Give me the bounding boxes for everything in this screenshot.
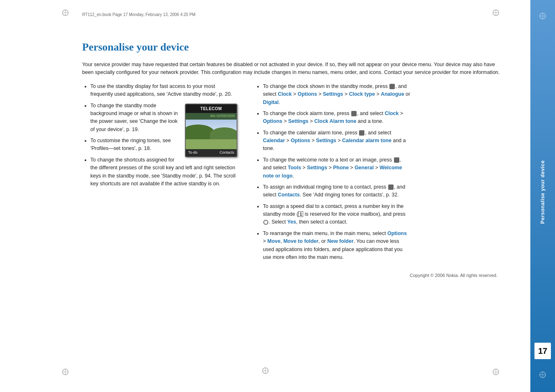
options-link-3: Options bbox=[291, 138, 310, 143]
settings-link-3: Settings bbox=[316, 138, 336, 143]
two-column-layout: To use the standby display for fast acce… bbox=[82, 83, 506, 265]
phone-date: Mo 02/05/2005 bbox=[186, 113, 237, 120]
phone-footer-right: Contacts bbox=[219, 150, 234, 156]
phone-image: TELECOM Mo 02/05/2005 To-do Contacts bbox=[185, 104, 238, 157]
meta-line: RT112_en.book Page 17 Monday, February 1… bbox=[82, 12, 196, 17]
right-bullet-list: To change the clock shown in the standby… bbox=[255, 83, 411, 262]
list-item: To change the welcome note to a text or … bbox=[263, 156, 411, 180]
page-number: 17 bbox=[534, 343, 551, 359]
list-item: To assign a speed dial to a contact, pre… bbox=[263, 203, 411, 226]
corner-bl-mark bbox=[62, 368, 69, 376]
main-content: RT112_en.book Page 17 Monday, February 1… bbox=[0, 0, 530, 392]
clock-link-1: Clock bbox=[278, 91, 292, 97]
svg-point-9 bbox=[493, 369, 499, 375]
move-link: Move bbox=[267, 238, 281, 244]
corner-tr-mark bbox=[492, 9, 500, 16]
left-bullet-list: To use the standby display for fast acce… bbox=[82, 83, 238, 188]
svg-point-3 bbox=[493, 10, 499, 16]
list-item: To rearrange the main menu, in the main … bbox=[263, 230, 411, 262]
digital-link: Digital bbox=[263, 99, 279, 105]
svg-point-12 bbox=[263, 368, 268, 374]
tools-link: Tools bbox=[288, 165, 301, 171]
options-link-2: Options bbox=[263, 118, 282, 124]
bullet-text: To assign an individual ringing tone to … bbox=[263, 184, 405, 198]
list-item: To assign an individual ringing tone to … bbox=[263, 183, 411, 199]
right-sidebar: Personalise your device 17 bbox=[530, 0, 555, 392]
bullet-text: To change the clock shown in the standby… bbox=[263, 83, 410, 105]
bullet-text: To change the standby mode background im… bbox=[90, 103, 178, 132]
left-column: To use the standby display for fast acce… bbox=[82, 83, 238, 265]
clock-link-2: Clock bbox=[385, 111, 398, 116]
phone-footer: To-do Contacts bbox=[186, 149, 237, 157]
phone-landscape bbox=[186, 120, 237, 149]
menu-icon bbox=[351, 111, 357, 116]
menu-icon bbox=[394, 157, 399, 163]
settings-link-4: Settings bbox=[307, 165, 327, 171]
corner-tl-mark bbox=[62, 9, 69, 16]
clock-alarm-tone-link: Clock Alarm tone bbox=[314, 118, 356, 124]
menu-icon bbox=[359, 130, 364, 136]
bullet-text: To assign a speed dial to a contact, pre… bbox=[263, 203, 405, 225]
settings-link-2: Settings bbox=[288, 118, 308, 124]
key-1: 1 bbox=[298, 211, 303, 217]
contacts-link: Contacts bbox=[278, 192, 299, 198]
svg-point-0 bbox=[62, 10, 68, 16]
bullet-text: To change the shortcuts assigned for the… bbox=[90, 157, 235, 187]
intro-paragraph: Your service provider may have requested… bbox=[82, 61, 506, 77]
phone-link: Phone bbox=[333, 165, 349, 171]
corner-br-mark bbox=[492, 368, 500, 376]
sidebar-label: Personalise your device bbox=[540, 160, 546, 224]
corner-bc-mark bbox=[262, 367, 269, 376]
list-item: TELECOM Mo 02/05/2005 To-do Contacts bbox=[90, 102, 238, 134]
list-item: To change the calendar alarm tone, press… bbox=[263, 129, 411, 153]
list-item: To use the standby display for fast acce… bbox=[90, 83, 238, 99]
calendar-link: Calendar bbox=[263, 138, 285, 143]
list-item: To change the shortcuts assigned for the… bbox=[90, 156, 238, 188]
options-link: Options bbox=[297, 91, 317, 97]
bullet-text: To change the calendar alarm tone, press… bbox=[263, 130, 406, 152]
meta-text: RT112_en.book Page 17 Monday, February 1… bbox=[82, 12, 196, 17]
options-link-4: Options bbox=[387, 231, 407, 236]
page-title: Personalise your device bbox=[82, 41, 506, 53]
yes-link: Yes bbox=[287, 219, 296, 225]
move-to-folder-link: Move to folder bbox=[283, 238, 318, 244]
bullet-text: To rearrange the main menu, in the main … bbox=[263, 231, 407, 260]
phone-carrier: TELECOM bbox=[186, 104, 237, 113]
bullet-text: To customise the ringing tones, see 'Pro… bbox=[90, 138, 171, 151]
phone-footer-left: To-do bbox=[188, 150, 198, 156]
connect-icon bbox=[263, 220, 268, 225]
bullet-text: To change the clock alarm tone, press , … bbox=[263, 111, 403, 124]
sidebar-crosshair-bottom bbox=[539, 371, 546, 380]
analogue-link: Analogue bbox=[381, 91, 404, 97]
svg-point-6 bbox=[62, 369, 68, 375]
bullet-text: To change the welcome note to a text or … bbox=[263, 157, 402, 179]
list-item: To change the clock shown in the standby… bbox=[263, 83, 411, 106]
list-item: To change the clock alarm tone, press , … bbox=[263, 110, 411, 126]
copyright-text: Copyright © 2006 Nokia. All rights reser… bbox=[82, 273, 506, 278]
bullet-text: To use the standby display for fast acce… bbox=[90, 83, 232, 97]
menu-icon bbox=[389, 84, 395, 89]
welcome-note-link: Welcome note or logo bbox=[263, 165, 402, 178]
calendar-alarm-tone-link: Calendar alarm tone bbox=[342, 138, 391, 143]
settings-link: Settings bbox=[323, 91, 343, 97]
general-link: General bbox=[355, 165, 374, 171]
clock-type-link: Clock type bbox=[349, 91, 375, 97]
field bbox=[186, 139, 237, 149]
right-column: To change the clock shown in the standby… bbox=[255, 83, 411, 265]
phone-screen: TELECOM Mo 02/05/2005 To-do Contacts bbox=[185, 104, 237, 157]
menu-icon bbox=[388, 184, 394, 190]
sidebar-crosshair-top bbox=[539, 12, 546, 21]
new-folder-link: New folder bbox=[327, 238, 354, 244]
